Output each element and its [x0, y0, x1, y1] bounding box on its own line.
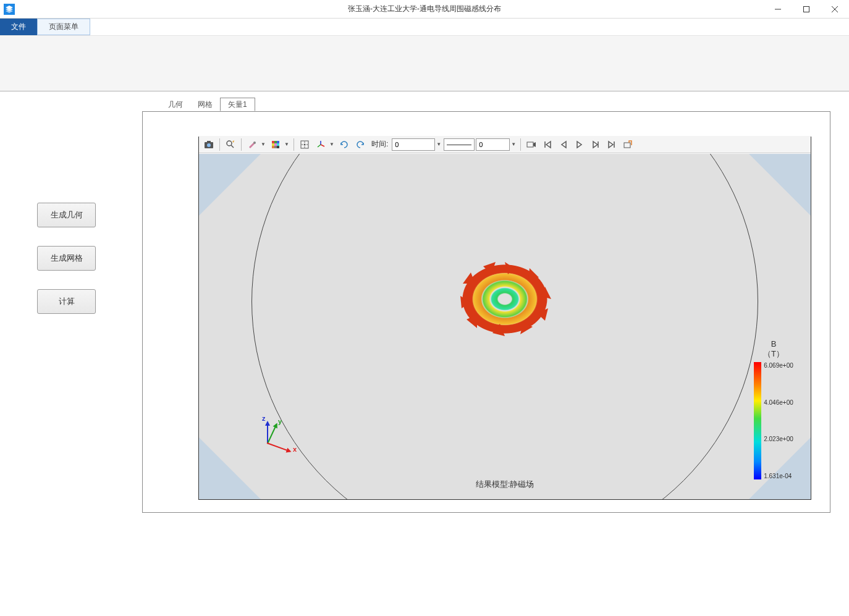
result-model-label: 结果模型:静磁场	[476, 479, 534, 490]
legend-tick: 2.023e+00	[764, 436, 793, 442]
svg-rect-16	[277, 143, 279, 146]
ribbon-area	[0, 36, 849, 91]
svg-rect-15	[274, 143, 277, 146]
bg-corner	[749, 154, 811, 216]
paint-selection-icon[interactable]	[245, 137, 260, 152]
titlebar: 张玉涵-大连工业大学-通电导线周围磁感线分布	[0, 0, 849, 19]
viewport-container: ▼ ▼ ▼	[142, 111, 830, 513]
svg-line-9	[231, 145, 234, 148]
svg-point-21	[304, 143, 306, 145]
close-button[interactable]	[821, 0, 849, 19]
time-label: 时间:	[371, 139, 388, 150]
bg-corner	[199, 437, 261, 499]
legend-colorbar	[754, 362, 761, 479]
svg-line-28	[318, 145, 321, 147]
axis-triad: x y z	[255, 413, 298, 456]
menu-page[interactable]: 页面菜单	[37, 19, 90, 35]
menu-file[interactable]: 文件	[0, 19, 37, 35]
axis-x-label: x	[293, 445, 297, 453]
window-controls	[764, 0, 849, 18]
legend-title-line2: （T）	[763, 348, 784, 360]
fit-view-icon[interactable]	[297, 137, 312, 152]
skip-last-icon[interactable]	[604, 137, 619, 152]
svg-rect-33	[624, 143, 630, 148]
svg-rect-29	[527, 142, 533, 147]
legend-ticks: 6.069e+00 4.046e+00 2.023e+00 1.631e-04	[761, 362, 793, 479]
tab-geometry[interactable]: 几何	[161, 98, 190, 111]
paint-dropdown-icon[interactable]: ▼	[261, 141, 267, 147]
legend-tick: 1.631e-04	[764, 473, 793, 479]
svg-rect-13	[277, 141, 279, 143]
svg-rect-2	[804, 7, 809, 12]
main-panel: 几何 网格 矢量1 ▼	[142, 98, 849, 616]
axis-z-label: z	[262, 415, 266, 422]
render-area[interactable]: x y z 结果模型:静磁场 B （T） 6.069e+00	[199, 154, 811, 499]
axis-y-label: y	[278, 418, 282, 425]
step-back-icon[interactable]	[556, 137, 571, 152]
svg-point-7	[207, 143, 211, 147]
color-dropdown-icon[interactable]: ▼	[284, 141, 290, 147]
left-panel: 生成几何 生成网格 计算	[0, 98, 142, 616]
step-forward-icon[interactable]	[588, 137, 603, 152]
time-start-dropdown-icon[interactable]: ▼	[436, 141, 442, 147]
svg-rect-6	[207, 141, 211, 143]
export-animation-icon[interactable]	[620, 137, 635, 152]
viewport: ▼ ▼ ▼	[198, 137, 811, 500]
skip-first-icon[interactable]	[540, 137, 555, 152]
minimize-button[interactable]	[764, 0, 792, 19]
maximize-button[interactable]	[792, 0, 821, 19]
svg-point-10	[253, 141, 256, 144]
legend-tick: 6.069e+00	[764, 362, 793, 369]
svg-rect-14	[272, 143, 274, 146]
color-legend: B （T） 6.069e+00 4.046e+00 2.023e+00 1.63…	[746, 339, 801, 479]
view-tabs: 几何 网格 矢量1	[161, 98, 830, 111]
app-icon	[0, 0, 19, 19]
svg-rect-19	[277, 146, 279, 148]
svg-point-8	[227, 141, 232, 146]
tab-mesh[interactable]: 网格	[190, 98, 220, 111]
zoom-reset-icon[interactable]	[223, 137, 238, 152]
bg-corner	[199, 154, 261, 216]
time-start-input[interactable]	[392, 138, 435, 151]
svg-rect-11	[272, 141, 274, 143]
compute-button[interactable]: 计算	[37, 289, 96, 314]
viewport-toolbar: ▼ ▼ ▼	[199, 136, 811, 153]
tab-vector1[interactable]: 矢量1	[220, 98, 255, 111]
time-range-indicator[interactable]	[444, 138, 475, 151]
svg-rect-18	[274, 146, 277, 148]
window-title: 张玉涵-大连工业大学-通电导线周围磁感线分布	[348, 4, 501, 14]
rotate-ccw-icon[interactable]	[337, 137, 352, 152]
generate-geometry-button[interactable]: 生成几何	[37, 203, 96, 227]
axis-view-icon[interactable]	[313, 137, 328, 152]
legend-tick: 4.046e+00	[764, 399, 793, 406]
time-end-input[interactable]	[476, 138, 510, 151]
field-vortex	[455, 259, 554, 339]
play-icon[interactable]	[572, 137, 587, 152]
menubar: 文件 页面菜单	[0, 19, 849, 36]
legend-title-line1: B	[771, 339, 777, 348]
content-area: 生成几何 生成网格 计算 几何 网格 矢量1	[0, 91, 849, 616]
time-end-dropdown-icon[interactable]: ▼	[511, 141, 517, 147]
generate-mesh-button[interactable]: 生成网格	[37, 246, 96, 271]
axis-dropdown-icon[interactable]: ▼	[329, 141, 336, 147]
svg-rect-12	[274, 141, 277, 143]
color-cube-icon[interactable]	[268, 137, 283, 152]
record-icon[interactable]	[524, 137, 539, 152]
svg-line-27	[321, 145, 324, 146]
camera-snapshot-icon[interactable]	[201, 137, 216, 152]
svg-rect-17	[272, 146, 274, 148]
rotate-cw-icon[interactable]	[353, 137, 368, 152]
